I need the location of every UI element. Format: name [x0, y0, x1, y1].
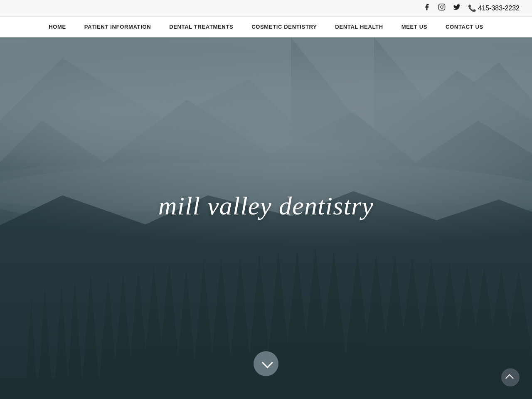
- phone-text: 415-383-2232: [478, 5, 520, 12]
- nav-dental-treatments[interactable]: DENTAL TREATMENTS: [160, 17, 242, 37]
- nav-patient-information[interactable]: PATIENT INFORMATION: [75, 17, 160, 37]
- instagram-icon[interactable]: [438, 3, 446, 13]
- svg-point-1: [441, 6, 443, 8]
- nav-contact-us[interactable]: CONTACT US: [436, 17, 493, 37]
- nav-meet-us[interactable]: MEET US: [392, 17, 436, 37]
- top-bar: 📞 415-383-2232: [0, 0, 532, 17]
- nav-cosmetic-dentistry[interactable]: COSMETIC DENTISTRY: [242, 17, 326, 37]
- svg-rect-0: [438, 4, 445, 10]
- hero-title: mill valley dentistry: [158, 191, 374, 221]
- phone-icon: 📞: [468, 5, 476, 12]
- scroll-down-button[interactable]: [254, 351, 278, 376]
- navbar: HOME PATIENT INFORMATION DENTAL TREATMEN…: [0, 17, 532, 37]
- svg-point-2: [443, 5, 444, 6]
- nav-dental-health[interactable]: DENTAL HEALTH: [326, 17, 392, 37]
- facebook-icon[interactable]: [423, 3, 431, 13]
- scroll-top-button[interactable]: [501, 368, 520, 387]
- twitter-icon[interactable]: [453, 3, 461, 13]
- nav-home[interactable]: HOME: [39, 17, 75, 37]
- hero-section: mill valley dentistry: [0, 37, 532, 399]
- phone-number[interactable]: 📞 415-383-2232: [468, 4, 520, 12]
